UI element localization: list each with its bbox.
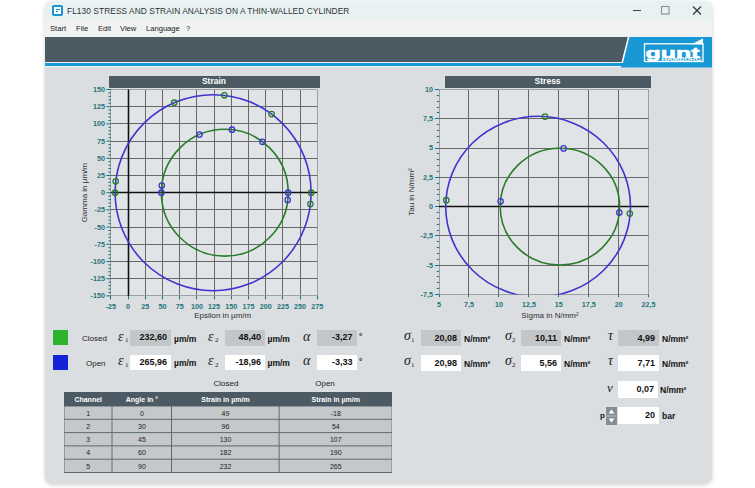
- svg-text:0: 0: [101, 188, 105, 197]
- svg-text:-5: -5: [427, 261, 433, 270]
- svg-text:Sigma in N/mm²: Sigma in N/mm²: [521, 311, 579, 320]
- svg-text:25: 25: [141, 302, 149, 311]
- svg-text:50: 50: [159, 302, 167, 311]
- svg-text:7,5: 7,5: [423, 114, 433, 123]
- svg-text:-25: -25: [106, 302, 116, 311]
- svg-text:5: 5: [429, 143, 433, 152]
- svg-text:-100: -100: [91, 257, 105, 266]
- svg-text:17,5: 17,5: [582, 300, 596, 309]
- svg-text:Gamma in µm/m: Gamma in µm/m: [80, 163, 89, 223]
- svg-text:-75: -75: [95, 240, 105, 249]
- svg-text:150: 150: [225, 302, 237, 311]
- svg-text:-7,5: -7,5: [421, 290, 433, 299]
- svg-text:10: 10: [495, 300, 503, 309]
- svg-text:22,5: 22,5: [642, 300, 656, 309]
- svg-text:175: 175: [243, 302, 255, 311]
- svg-text:275: 275: [311, 302, 323, 311]
- svg-text:225: 225: [277, 302, 289, 311]
- svg-text:50: 50: [97, 154, 105, 163]
- svg-text:25: 25: [97, 171, 105, 180]
- svg-text:Epsilon in µm/m: Epsilon in µm/m: [194, 311, 251, 320]
- svg-text:2,5: 2,5: [423, 173, 433, 182]
- svg-text:100: 100: [93, 119, 105, 128]
- svg-text:-150: -150: [91, 291, 105, 300]
- svg-text:Tau in N/mm²: Tau in N/mm²: [407, 168, 416, 216]
- svg-text:100: 100: [191, 302, 203, 311]
- svg-text:-25: -25: [95, 205, 105, 214]
- svg-text:HAMBURG: HAMBURG: [662, 56, 702, 62]
- svg-text:7,5: 7,5: [464, 300, 474, 309]
- svg-text:200: 200: [260, 302, 272, 311]
- svg-text:250: 250: [294, 302, 306, 311]
- svg-text:5: 5: [437, 300, 441, 309]
- svg-text:15: 15: [555, 300, 563, 309]
- svg-text:12,5: 12,5: [522, 300, 536, 309]
- svg-text:0: 0: [126, 302, 130, 311]
- svg-text:20: 20: [615, 300, 623, 309]
- svg-text:75: 75: [97, 137, 105, 146]
- svg-text:-50: -50: [95, 223, 105, 232]
- svg-text:125: 125: [93, 102, 105, 111]
- svg-text:75: 75: [176, 302, 184, 311]
- svg-text:150: 150: [93, 85, 105, 94]
- svg-text:-2,5: -2,5: [421, 231, 433, 240]
- svg-text:-125: -125: [91, 274, 105, 283]
- svg-text:125: 125: [208, 302, 220, 311]
- svg-text:10: 10: [425, 85, 433, 94]
- svg-text:0: 0: [429, 202, 433, 211]
